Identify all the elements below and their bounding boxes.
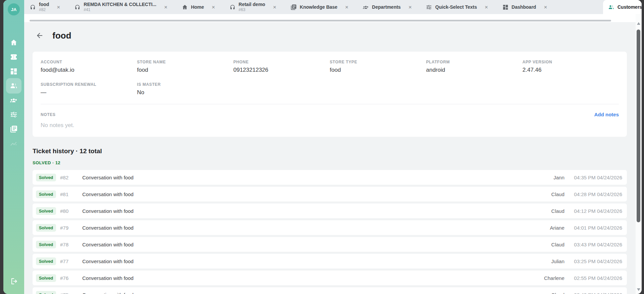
ticket-id: #81 — [60, 191, 82, 197]
tab-text: REMDA KITCHEN & COLLECTI... #41 — [84, 2, 156, 12]
avatar[interactable]: JA — [8, 3, 20, 15]
status-badge: Solved — [36, 291, 56, 294]
field-label: STORE TYPE — [330, 60, 426, 64]
ticket-agent: Jann — [553, 175, 564, 180]
scroll-up-icon[interactable] — [637, 22, 640, 25]
notes-empty-text: No notes yet. — [41, 122, 619, 129]
tab-text: Customers — [617, 5, 642, 10]
ticket-id: #79 — [60, 225, 82, 231]
solved-group-label: SOLVED · 12 — [33, 160, 627, 165]
ticket-agent: Charlene — [544, 275, 564, 281]
tab-title: Quick-Select Texts — [435, 5, 477, 10]
close-icon[interactable]: × — [408, 4, 412, 10]
horizontal-scrollbar-thumb[interactable] — [30, 20, 611, 21]
tab-text: Knowledge Base — [300, 5, 337, 10]
ticket-id: #75 — [60, 292, 82, 294]
status-badge: Solved — [36, 257, 56, 265]
close-icon[interactable]: × — [345, 4, 349, 10]
vertical-scrollbar[interactable] — [636, 14, 642, 294]
tab-knowledge-base[interactable]: Knowledge Base × — [286, 0, 353, 14]
ticket-id: #76 — [60, 275, 82, 281]
back-button[interactable] — [36, 32, 44, 40]
close-icon[interactable]: × — [57, 4, 60, 10]
sidebar-item-departments[interactable] — [10, 96, 18, 104]
tab-food-82[interactable]: food #82 × — [26, 0, 64, 14]
tune-icon — [10, 111, 18, 119]
ticket-timestamp: 04:35 PM 04/24/2026 — [564, 175, 622, 180]
ticket-timestamp: 03:25 PM 04/24/2026 — [564, 258, 622, 264]
dashboard-icon — [502, 4, 509, 10]
field-value: 2.47.46 — [522, 67, 619, 73]
ticket-agent: Julian — [551, 258, 564, 264]
field-value: android — [426, 67, 522, 73]
ticket-title: Conversation with food — [82, 242, 551, 247]
tab-departments[interactable]: Departments × — [359, 0, 416, 14]
tab-quick-select-texts[interactable]: Quick-Select Texts × — [422, 0, 492, 14]
ticket-title: Conversation with food — [82, 175, 553, 180]
tab-dashboard[interactable]: Dashboard × — [498, 0, 551, 14]
tab-text: Quick-Select Texts — [435, 5, 477, 10]
ticket-timestamp: 04:12 PM 04/24/2026 — [564, 208, 622, 214]
ticket-row[interactable]: Solved #81 Conversation with food Claud … — [33, 187, 627, 201]
customers-icon — [10, 82, 18, 90]
field: PLATFORM android — [426, 60, 522, 73]
ticket-title: Conversation with food — [82, 208, 551, 214]
tab-customers[interactable]: Customers × — [603, 0, 642, 14]
sidebar-item-logout[interactable] — [10, 277, 18, 285]
ticket-timestamp: 02:55 PM 04/24/2026 — [564, 275, 622, 281]
ticket-id: #78 — [60, 242, 82, 247]
ticket-title: Conversation with food — [82, 191, 551, 197]
sidebar-item-knowledge-base[interactable] — [10, 125, 18, 133]
tab-remda-kitchen-41[interactable]: REMDA KITCHEN & COLLECTI... #41 × — [70, 0, 171, 14]
status-badge: Solved — [36, 174, 56, 181]
tab-title: Home — [191, 5, 204, 10]
groups-icon — [363, 4, 369, 10]
add-notes-link[interactable]: Add notes — [594, 112, 619, 117]
status-badge: Solved — [36, 190, 56, 198]
tab-home[interactable]: Home × — [178, 0, 219, 14]
customer-fields: ACCOUNT food@utak.io STORE NAME food PHO… — [41, 60, 619, 96]
sidebar-item-analytics[interactable] — [10, 139, 18, 148]
close-icon[interactable]: × — [164, 4, 168, 10]
ticket-row[interactable]: Solved #78 Conversation with food Claud … — [33, 237, 627, 252]
sidebar-nav — [3, 39, 24, 148]
field-value: food@utak.io — [41, 67, 137, 73]
field: ACCOUNT food@utak.io — [41, 60, 137, 73]
ticket-row[interactable]: Solved #79 Conversation with food Ariane… — [33, 220, 627, 235]
sidebar-item-quick-select-texts[interactable] — [10, 111, 18, 119]
ticket-row[interactable]: Solved #77 Conversation with food Julian… — [33, 254, 627, 269]
tab-text: Retail demo #63 — [239, 2, 265, 12]
sidebar: JA — [3, 0, 24, 294]
sidebar-item-home[interactable] — [10, 39, 18, 47]
ticket-row[interactable]: Solved #82 Conversation with food Jann 0… — [33, 170, 627, 185]
status-badge: Solved — [36, 274, 56, 282]
ticket-row[interactable]: Solved #76 Conversation with food Charle… — [33, 271, 627, 285]
field-label: STORE NAME — [137, 60, 233, 64]
ticket-row[interactable]: Solved #75 Conversation with food Claud … — [33, 287, 627, 294]
tab-text: food #82 — [39, 2, 49, 12]
field-label: IS MASTER — [137, 82, 233, 87]
notes-label: NOTES — [41, 112, 55, 117]
scroll-down-icon[interactable] — [637, 288, 640, 291]
sidebar-item-customers[interactable] — [10, 82, 18, 90]
field-value: food — [330, 67, 426, 73]
status-badge: Solved — [36, 224, 56, 232]
vertical-scrollbar-thumb[interactable] — [637, 30, 640, 222]
status-badge: Solved — [36, 207, 56, 215]
sidebar-item-dashboard[interactable] — [10, 67, 18, 75]
sidebar-item-tickets[interactable] — [10, 53, 18, 61]
ticket-timestamp: 04:01 PM 04/24/2026 — [564, 225, 622, 231]
analytics-icon — [10, 139, 18, 148]
close-icon[interactable]: × — [212, 4, 215, 10]
field-value: No — [137, 89, 233, 96]
close-icon[interactable]: × — [544, 4, 547, 10]
close-icon[interactable]: × — [273, 4, 276, 10]
page-header: food — [36, 30, 627, 42]
tab-retail-demo-63[interactable]: Retail demo #63 × — [225, 0, 280, 14]
desktop-background: food #82 × REMDA KITCHEN & COLLECTI... #… — [0, 0, 644, 294]
ticket-title: Conversation with food — [82, 258, 551, 264]
groups-icon — [10, 96, 18, 104]
customer-detail-page: food ACCOUNT food@utak.io STORE NAME — [24, 14, 636, 294]
ticket-row[interactable]: Solved #80 Conversation with food Claud … — [33, 203, 627, 218]
close-icon[interactable]: × — [485, 4, 488, 10]
